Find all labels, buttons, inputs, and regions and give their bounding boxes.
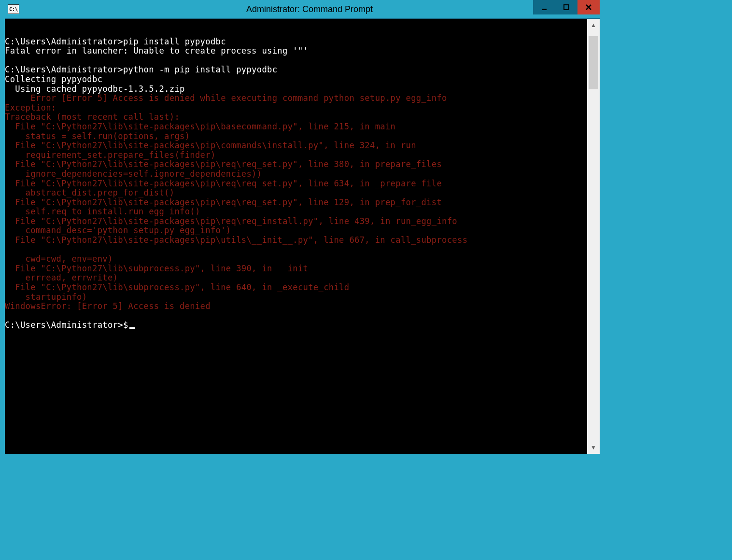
console-line: Collecting pypyodbc: [5, 75, 587, 84]
console-prompt-line[interactable]: C:\Users\Administrator>$: [5, 321, 587, 330]
console-error-line: File "C:\Python27\lib\subprocess.py", li…: [5, 283, 587, 293]
vertical-scrollbar[interactable]: ▲ ▼: [587, 19, 600, 454]
console-error-line: File "C:\Python27\lib\subprocess.py", li…: [5, 264, 587, 274]
window-title: Administrator: Command Prompt: [19, 4, 600, 14]
console-error-line: cwd=cwd, env=env): [5, 254, 587, 264]
console-line: Using cached pypyodbc-1.3.5.2.zip: [5, 84, 587, 94]
console-error-line: File "C:\Python27\lib\site-packages\pip\…: [5, 160, 587, 169]
maximize-icon: [563, 4, 570, 11]
scroll-track[interactable]: [587, 31, 600, 441]
scroll-down-arrow-icon[interactable]: ▼: [587, 441, 600, 454]
console-error-line: abstract_dist.prep_for_dist(): [5, 188, 587, 198]
app-icon-text: C:\: [9, 7, 18, 12]
svg-rect-1: [564, 5, 569, 10]
console-error-line: errread, errwrite): [5, 273, 587, 283]
close-icon: [585, 4, 592, 11]
console-error-line: ignore_dependencies=self.ignore_dependen…: [5, 169, 587, 179]
console-line: [5, 56, 587, 66]
console-error-line: Traceback (most recent call last):: [5, 112, 587, 122]
maximize-button[interactable]: [555, 0, 577, 14]
console-line: C:\Users\Administrator>python -m pip ins…: [5, 65, 587, 75]
window-controls: [533, 0, 600, 14]
console-error-line: requirement_set.prepare_files(finder): [5, 151, 587, 160]
console-error-line: Exception:: [5, 103, 587, 113]
console-error-line: File "C:\Python27\lib\site-packages\pip\…: [5, 217, 587, 226]
console-error-line: command_desc='python setup.py egg_info'): [5, 226, 587, 236]
console-error-line: File "C:\Python27\lib\site-packages\pip\…: [5, 236, 587, 245]
console-error-line: self.req_to_install.run_egg_info(): [5, 207, 587, 217]
console-error-line: startupinfo): [5, 293, 587, 302]
scroll-thumb[interactable]: [589, 36, 598, 89]
command-prompt-window: C:\ Administrator: Command Prompt C:\Use…: [5, 0, 600, 454]
scroll-up-arrow-icon[interactable]: ▲: [587, 19, 600, 31]
console-line: Fatal error in launcher: Unable to creat…: [5, 46, 587, 56]
console-error-line: File "C:\Python27\lib\site-packages\pip\…: [5, 179, 587, 189]
console-error-line: File "C:\Python27\lib\site-packages\pip\…: [5, 141, 587, 151]
cursor-icon: [129, 327, 135, 329]
console-error-line: File "C:\Python27\lib\site-packages\pip\…: [5, 198, 587, 208]
svg-rect-0: [542, 9, 547, 10]
console-line: C:\Users\Administrator>pip install pypyo…: [5, 37, 587, 47]
console-line: [5, 28, 587, 37]
console-line: [5, 311, 587, 321]
minimize-button[interactable]: [533, 0, 555, 14]
console-error-line: status = self.run(options, args): [5, 132, 587, 141]
console-prompt-text: C:\Users\Administrator>$: [5, 320, 128, 330]
minimize-icon: [541, 4, 548, 11]
titlebar[interactable]: C:\ Administrator: Command Prompt: [5, 0, 600, 18]
console-error-line: Error [Error 5] Access is denied while e…: [5, 94, 587, 103]
console-error-line: File "C:\Python27\lib\site-packages\pip\…: [5, 122, 587, 132]
app-icon: C:\: [8, 4, 19, 14]
console-output[interactable]: C:\Users\Administrator>pip install pypyo…: [5, 19, 587, 454]
client-area: C:\Users\Administrator>pip install pypyo…: [5, 18, 600, 454]
console-error-line: [5, 245, 587, 255]
console-error-line: WindowsError: [Error 5] Access is denied: [5, 302, 587, 311]
close-button[interactable]: [577, 0, 600, 14]
